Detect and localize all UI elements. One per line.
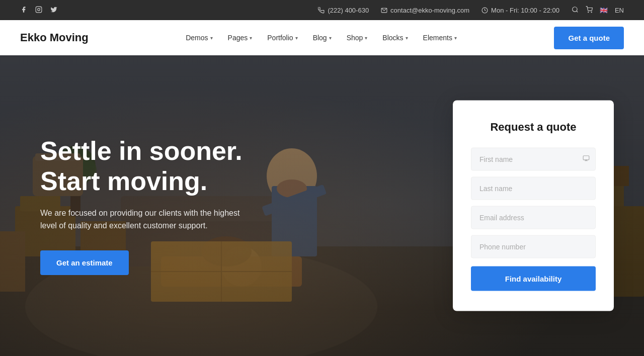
- svg-point-7: [588, 12, 589, 12]
- email-field: [471, 206, 596, 229]
- chevron-down-icon: ▾: [250, 35, 252, 41]
- find-availability-button[interactable]: Find availability: [471, 266, 596, 291]
- facebook-link[interactable]: [20, 6, 27, 15]
- svg-rect-39: [583, 156, 589, 160]
- svg-rect-0: [36, 7, 42, 13]
- email-info: contact@ekko-moving.com: [381, 7, 469, 14]
- svg-point-1: [38, 8, 40, 11]
- chevron-down-icon: ▾: [210, 35, 213, 41]
- first-name-input[interactable]: [471, 148, 596, 171]
- chevron-down-icon: ▾: [406, 35, 408, 41]
- main-navbar: Ekko Moving Demos ▾ Pages ▾ Portfolio ▾ …: [0, 20, 644, 55]
- social-links: [20, 6, 57, 15]
- hero-section: Settle in sooner. Start moving. We are f…: [0, 55, 644, 356]
- quote-form-title: Request a quote: [471, 121, 596, 134]
- quote-form-card: Request a quote Find availability: [453, 101, 614, 311]
- first-name-field: [471, 148, 596, 171]
- nav-shop[interactable]: Shop ▾: [341, 30, 374, 46]
- nav-blocks[interactable]: Blocks ▾: [376, 30, 414, 46]
- phone-field: [471, 235, 596, 258]
- phone-input[interactable]: [471, 235, 596, 258]
- nav-portfolio[interactable]: Portfolio ▾: [261, 30, 303, 46]
- cart-icon[interactable]: [586, 6, 593, 15]
- nav-elements[interactable]: Elements ▾: [417, 30, 463, 46]
- chevron-down-icon: ▾: [329, 35, 332, 41]
- search-icon[interactable]: [572, 6, 579, 15]
- chevron-down-icon: ▾: [365, 35, 367, 41]
- instagram-link[interactable]: [35, 6, 42, 15]
- get-quote-button[interactable]: Get a quote: [554, 27, 624, 49]
- svg-point-5: [573, 7, 577, 11]
- hero-content: Settle in sooner. Start moving. We are f…: [0, 136, 283, 275]
- email-input[interactable]: [471, 206, 596, 229]
- nav-links: Demos ▾ Pages ▾ Portfolio ▾ Blog ▾ Shop …: [180, 30, 463, 46]
- language-flag: 🇬🇧: [600, 7, 608, 14]
- language-label[interactable]: EN: [615, 7, 624, 14]
- hours-info: Mon - Fri: 10:00 - 22:00: [481, 7, 559, 14]
- last-name-field: [471, 177, 596, 200]
- twitter-link[interactable]: [50, 6, 57, 15]
- brand-logo[interactable]: Ekko Moving: [20, 31, 89, 44]
- nav-blog[interactable]: Blog ▾: [307, 30, 338, 46]
- hero-title: Settle in sooner. Start moving.: [40, 136, 243, 197]
- person-icon: [583, 155, 590, 163]
- nav-pages[interactable]: Pages ▾: [222, 30, 259, 46]
- hero-subtitle: We are focused on providing our clients …: [40, 207, 242, 232]
- contact-info: (222) 400-630 contact@ekko-moving.com Mo…: [318, 6, 624, 15]
- chevron-down-icon: ▾: [454, 35, 457, 41]
- phone-number: (222) 400-630: [328, 7, 369, 14]
- nav-demos[interactable]: Demos ▾: [180, 30, 218, 46]
- svg-point-2: [40, 8, 41, 8]
- email-address: contact@ekko-moving.com: [390, 7, 469, 14]
- get-estimate-button[interactable]: Get an estimate: [40, 250, 129, 275]
- business-hours: Mon - Fri: 10:00 - 22:00: [491, 7, 559, 14]
- last-name-input[interactable]: [471, 177, 596, 200]
- svg-point-8: [591, 12, 592, 12]
- phone-info: (222) 400-630: [318, 7, 369, 14]
- top-bar: (222) 400-630 contact@ekko-moving.com Mo…: [0, 0, 644, 20]
- top-actions: 🇬🇧 EN: [572, 6, 624, 15]
- svg-line-6: [577, 11, 578, 12]
- chevron-down-icon: ▾: [295, 35, 298, 41]
